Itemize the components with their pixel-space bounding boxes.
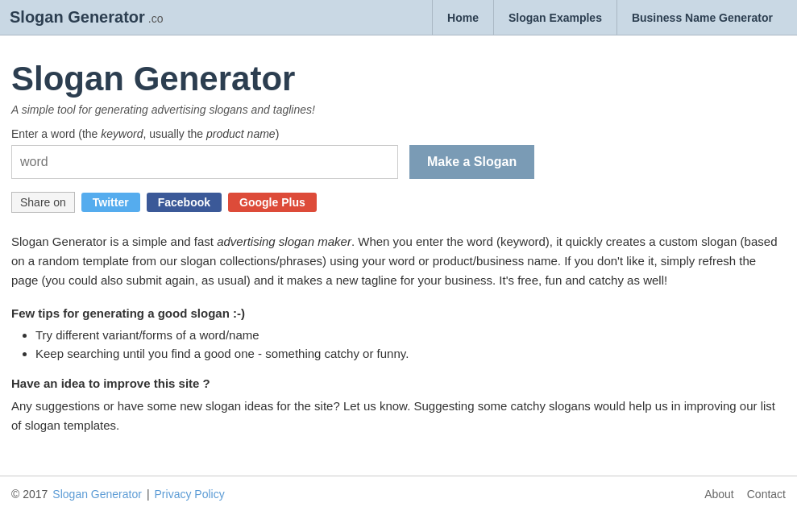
- footer-copy: © 2017: [11, 488, 48, 501]
- footer-site-link[interactable]: Slogan Generator: [52, 488, 142, 501]
- nav-business-name[interactable]: Business Name Generator: [616, 0, 787, 35]
- make-slogan-button[interactable]: Make a Slogan: [409, 145, 534, 179]
- main-content: Slogan Generator A simple tool for gener…: [0, 35, 790, 451]
- product-em: product name: [206, 127, 276, 140]
- idea-text: Any suggestions or have some new slogan …: [11, 397, 778, 435]
- description: Slogan Generator is a simple and fast ad…: [11, 232, 778, 290]
- footer: © 2017 Slogan Generator | Privacy Policy…: [0, 476, 797, 512]
- input-row: Make a Slogan: [11, 145, 778, 179]
- input-label: Enter a word (the keyword, usually the p…: [11, 127, 778, 140]
- description-italic: advertising slogan maker: [217, 235, 351, 248]
- nav-home[interactable]: Home: [432, 0, 493, 35]
- footer-left: © 2017 Slogan Generator | Privacy Policy: [11, 488, 225, 501]
- footer-privacy-link[interactable]: Privacy Policy: [155, 488, 225, 501]
- header: Slogan Generator .co Home Slogan Example…: [0, 0, 797, 35]
- tips-list: Try different variant/forms of a word/na…: [35, 328, 778, 360]
- logo-main: Slogan Generator: [10, 8, 145, 27]
- share-facebook-button[interactable]: Facebook: [147, 193, 222, 212]
- share-row: Share on Twitter Facebook Google Plus: [11, 192, 778, 213]
- tips-heading: Few tips for generating a good slogan :-…: [11, 306, 778, 320]
- tip-item: Keep searching until you find a good one…: [35, 347, 778, 360]
- nav: Home Slogan Examples Business Name Gener…: [432, 0, 787, 35]
- share-google-button[interactable]: Google Plus: [228, 193, 317, 212]
- logo-sub: .co: [148, 12, 164, 25]
- nav-slogan-examples[interactable]: Slogan Examples: [493, 0, 616, 35]
- footer-right: About Contact: [704, 488, 786, 501]
- logo-area: Slogan Generator .co: [10, 8, 164, 27]
- tip-item: Try different variant/forms of a word/na…: [35, 328, 778, 342]
- share-twitter-button[interactable]: Twitter: [81, 193, 140, 212]
- footer-separator: |: [147, 488, 150, 501]
- page-title: Slogan Generator: [11, 60, 778, 98]
- footer-about-link[interactable]: About: [704, 488, 734, 501]
- page-subtitle: A simple tool for generating advertising…: [11, 103, 778, 116]
- share-label: Share on: [11, 192, 75, 213]
- word-input[interactable]: [11, 145, 398, 179]
- footer-contact-link[interactable]: Contact: [747, 488, 786, 501]
- keyword-em: keyword: [101, 127, 143, 140]
- idea-heading: Have an idea to improve this site ?: [11, 376, 778, 390]
